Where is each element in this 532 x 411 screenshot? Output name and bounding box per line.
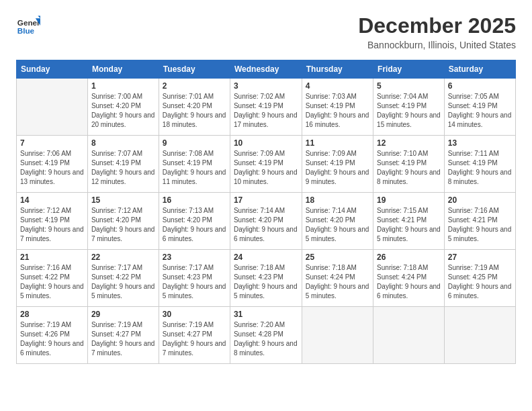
day-info: Sunrise: 7:05 AM Sunset: 4:19 PM Dayligh…	[448, 92, 512, 130]
calendar-cell: 3Sunrise: 7:02 AM Sunset: 4:19 PM Daylig…	[230, 79, 302, 136]
calendar-week-4: 21Sunrise: 7:16 AM Sunset: 4:22 PM Dayli…	[17, 250, 516, 307]
weekday-header-row: SundayMondayTuesdayWednesdayThursdayFrid…	[17, 60, 516, 79]
calendar-cell: 21Sunrise: 7:16 AM Sunset: 4:22 PM Dayli…	[17, 250, 88, 307]
day-info: Sunrise: 7:20 AM Sunset: 4:28 PM Dayligh…	[234, 320, 298, 358]
day-info: Sunrise: 7:15 AM Sunset: 4:21 PM Dayligh…	[377, 206, 441, 244]
day-number: 3	[234, 81, 298, 91]
calendar-week-1: 1Sunrise: 7:00 AM Sunset: 4:20 PM Daylig…	[17, 79, 516, 136]
day-info: Sunrise: 7:19 AM Sunset: 4:27 PM Dayligh…	[163, 320, 226, 358]
weekday-thursday: Thursday	[302, 60, 373, 79]
day-number: 18	[306, 195, 369, 205]
day-info: Sunrise: 7:12 AM Sunset: 4:19 PM Dayligh…	[20, 206, 84, 244]
day-number: 27	[448, 253, 512, 262]
calendar-cell: 25Sunrise: 7:18 AM Sunset: 4:24 PM Dayli…	[302, 250, 373, 307]
day-number: 22	[91, 253, 155, 262]
location: Bannockburn, Illinois, United States	[358, 40, 516, 50]
calendar-cell: 18Sunrise: 7:14 AM Sunset: 4:20 PM Dayli…	[302, 193, 373, 250]
day-info: Sunrise: 7:17 AM Sunset: 4:23 PM Dayligh…	[163, 263, 226, 301]
day-info: Sunrise: 7:19 AM Sunset: 4:26 PM Dayligh…	[20, 320, 84, 358]
day-number: 10	[234, 138, 298, 148]
day-info: Sunrise: 7:09 AM Sunset: 4:19 PM Dayligh…	[306, 149, 369, 187]
calendar-week-3: 14Sunrise: 7:12 AM Sunset: 4:19 PM Dayli…	[17, 193, 516, 250]
day-number: 7	[20, 138, 84, 148]
calendar-cell	[17, 79, 88, 136]
calendar-cell: 23Sunrise: 7:17 AM Sunset: 4:23 PM Dayli…	[159, 250, 230, 307]
logo-icon: General Blue	[16, 13, 40, 38]
day-number: 13	[448, 138, 512, 148]
day-number: 1	[91, 81, 155, 91]
day-info: Sunrise: 7:14 AM Sunset: 4:20 PM Dayligh…	[234, 206, 298, 244]
calendar-cell: 29Sunrise: 7:19 AM Sunset: 4:27 PM Dayli…	[87, 307, 159, 364]
day-number: 20	[448, 195, 512, 205]
calendar-cell: 17Sunrise: 7:14 AM Sunset: 4:20 PM Dayli…	[230, 193, 302, 250]
day-info: Sunrise: 7:16 AM Sunset: 4:22 PM Dayligh…	[20, 263, 84, 301]
day-number: 16	[163, 195, 226, 205]
day-number: 6	[448, 81, 512, 91]
calendar-cell: 22Sunrise: 7:17 AM Sunset: 4:22 PM Dayli…	[87, 250, 159, 307]
day-info: Sunrise: 7:14 AM Sunset: 4:20 PM Dayligh…	[306, 206, 369, 244]
calendar-table: SundayMondayTuesdayWednesdayThursdayFrid…	[16, 60, 516, 364]
calendar-cell: 16Sunrise: 7:13 AM Sunset: 4:20 PM Dayli…	[159, 193, 230, 250]
day-info: Sunrise: 7:00 AM Sunset: 4:20 PM Dayligh…	[91, 92, 155, 130]
day-number: 14	[20, 195, 84, 205]
calendar-cell: 27Sunrise: 7:19 AM Sunset: 4:25 PM Dayli…	[444, 250, 515, 307]
day-number: 9	[163, 138, 226, 148]
day-number: 23	[163, 253, 226, 262]
day-number: 29	[91, 310, 155, 319]
day-number: 17	[234, 195, 298, 205]
day-number: 26	[377, 253, 441, 262]
day-info: Sunrise: 7:01 AM Sunset: 4:20 PM Dayligh…	[163, 92, 226, 130]
weekday-sunday: Sunday	[17, 60, 88, 79]
day-number: 11	[306, 138, 369, 148]
day-info: Sunrise: 7:18 AM Sunset: 4:24 PM Dayligh…	[306, 263, 369, 301]
day-info: Sunrise: 7:10 AM Sunset: 4:19 PM Dayligh…	[377, 149, 441, 187]
calendar-body: 1Sunrise: 7:00 AM Sunset: 4:20 PM Daylig…	[17, 79, 516, 364]
day-info: Sunrise: 7:16 AM Sunset: 4:21 PM Dayligh…	[448, 206, 512, 244]
day-number: 30	[163, 310, 226, 319]
title-block: December 2025 Bannockburn, Illinois, Uni…	[358, 13, 516, 50]
calendar-cell: 30Sunrise: 7:19 AM Sunset: 4:27 PM Dayli…	[159, 307, 230, 364]
day-number: 21	[20, 253, 84, 262]
day-info: Sunrise: 7:19 AM Sunset: 4:25 PM Dayligh…	[448, 263, 512, 301]
calendar-cell: 10Sunrise: 7:09 AM Sunset: 4:19 PM Dayli…	[230, 136, 302, 193]
calendar-cell: 9Sunrise: 7:08 AM Sunset: 4:19 PM Daylig…	[159, 136, 230, 193]
month-title: December 2025	[358, 13, 516, 38]
calendar-cell: 8Sunrise: 7:07 AM Sunset: 4:19 PM Daylig…	[87, 136, 159, 193]
calendar-cell	[444, 307, 515, 364]
day-info: Sunrise: 7:17 AM Sunset: 4:22 PM Dayligh…	[91, 263, 155, 301]
day-number: 4	[306, 81, 369, 91]
weekday-wednesday: Wednesday	[230, 60, 302, 79]
calendar-cell: 19Sunrise: 7:15 AM Sunset: 4:21 PM Dayli…	[373, 193, 445, 250]
calendar-cell: 26Sunrise: 7:18 AM Sunset: 4:24 PM Dayli…	[373, 250, 445, 307]
calendar-cell	[302, 307, 373, 364]
day-info: Sunrise: 7:06 AM Sunset: 4:19 PM Dayligh…	[20, 149, 84, 187]
calendar-cell: 12Sunrise: 7:10 AM Sunset: 4:19 PM Dayli…	[373, 136, 445, 193]
day-number: 24	[234, 253, 298, 262]
day-info: Sunrise: 7:07 AM Sunset: 4:19 PM Dayligh…	[91, 149, 155, 187]
day-info: Sunrise: 7:18 AM Sunset: 4:24 PM Dayligh…	[377, 263, 441, 301]
day-number: 15	[91, 195, 155, 205]
calendar-cell: 7Sunrise: 7:06 AM Sunset: 4:19 PM Daylig…	[17, 136, 88, 193]
calendar-cell: 31Sunrise: 7:20 AM Sunset: 4:28 PM Dayli…	[230, 307, 302, 364]
day-info: Sunrise: 7:18 AM Sunset: 4:23 PM Dayligh…	[234, 263, 298, 301]
calendar-cell: 20Sunrise: 7:16 AM Sunset: 4:21 PM Dayli…	[444, 193, 515, 250]
day-info: Sunrise: 7:03 AM Sunset: 4:19 PM Dayligh…	[306, 92, 369, 130]
page-header: General Blue December 2025 Bannockburn, …	[16, 13, 516, 50]
calendar-cell: 4Sunrise: 7:03 AM Sunset: 4:19 PM Daylig…	[302, 79, 373, 136]
weekday-tuesday: Tuesday	[159, 60, 230, 79]
calendar-week-5: 28Sunrise: 7:19 AM Sunset: 4:26 PM Dayli…	[17, 307, 516, 364]
calendar-week-2: 7Sunrise: 7:06 AM Sunset: 4:19 PM Daylig…	[17, 136, 516, 193]
day-info: Sunrise: 7:04 AM Sunset: 4:19 PM Dayligh…	[377, 92, 441, 130]
weekday-friday: Friday	[373, 60, 445, 79]
calendar-cell: 13Sunrise: 7:11 AM Sunset: 4:19 PM Dayli…	[444, 136, 515, 193]
day-info: Sunrise: 7:09 AM Sunset: 4:19 PM Dayligh…	[234, 149, 298, 187]
svg-text:Blue: Blue	[17, 26, 35, 35]
day-info: Sunrise: 7:02 AM Sunset: 4:19 PM Dayligh…	[234, 92, 298, 130]
day-info: Sunrise: 7:19 AM Sunset: 4:27 PM Dayligh…	[91, 320, 155, 358]
day-number: 31	[234, 310, 298, 319]
calendar-cell: 24Sunrise: 7:18 AM Sunset: 4:23 PM Dayli…	[230, 250, 302, 307]
day-number: 2	[163, 81, 226, 91]
day-number: 5	[377, 81, 441, 91]
weekday-saturday: Saturday	[444, 60, 515, 79]
day-info: Sunrise: 7:12 AM Sunset: 4:20 PM Dayligh…	[91, 206, 155, 244]
